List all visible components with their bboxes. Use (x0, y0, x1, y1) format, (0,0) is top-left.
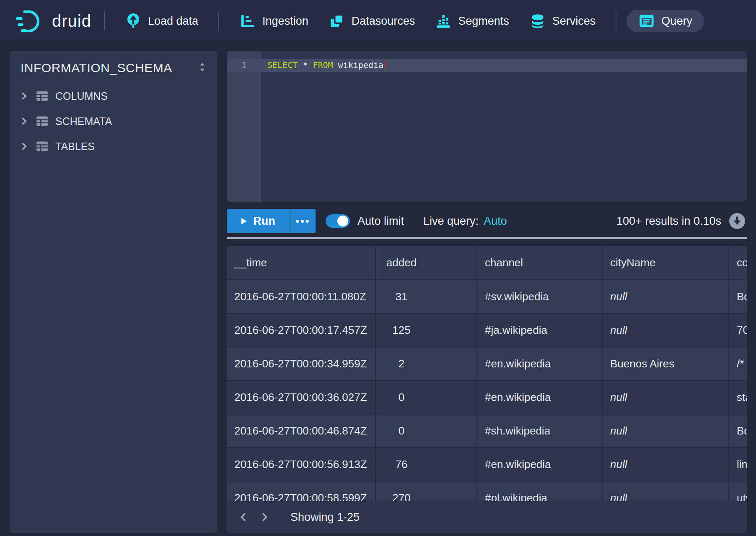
run-button-label: Run (253, 215, 275, 228)
editor-code-line: SELECT * FROM wikipedia (267, 59, 385, 72)
sql-token: wikipedia (333, 60, 383, 70)
table-cell[interactable]: /* S (729, 347, 747, 380)
table-icon (36, 90, 49, 102)
nav-item-label: Ingestion (262, 15, 308, 28)
table-cell[interactable]: sta (729, 381, 747, 414)
next-page-button[interactable] (255, 508, 274, 526)
table-row: 2016-06-27T00:00:34.959Z2#en.wikipediaBu… (227, 346, 747, 380)
table-cell[interactable]: null (603, 280, 729, 313)
datasources-icon (329, 13, 345, 29)
load-data-icon (125, 13, 142, 29)
table-cell[interactable]: 2016-06-27T00:00:46.874Z (227, 414, 376, 447)
table-cell[interactable]: Bot (729, 280, 747, 313)
text-cursor (384, 60, 385, 70)
column-header-time[interactable]: __time (227, 246, 376, 279)
table-cell[interactable]: #en.wikipedia (477, 347, 603, 380)
table-row: 2016-06-27T00:00:11.080Z31#sv.wikipedian… (227, 279, 747, 313)
pagination-status: Showing 1-25 (290, 511, 360, 524)
run-bar: Run ••• Auto limit Live query: Auto 100+… (227, 209, 747, 233)
more-options-icon: ••• (295, 219, 310, 223)
table-cell[interactable]: null (603, 448, 729, 481)
table-cell[interactable]: 2016-06-27T00:00:11.080Z (227, 280, 376, 313)
schema-item-label: SCHEMATA (55, 115, 112, 127)
schema-item-tables[interactable]: TABLES (10, 134, 217, 159)
table-cell[interactable]: 0 (376, 381, 477, 414)
editor-gutter (227, 51, 261, 202)
query-icon (638, 13, 655, 29)
table-cell[interactable]: 76 (376, 448, 477, 481)
nav-item-ingestion[interactable]: Ingestion (239, 10, 308, 32)
nav-item-segments[interactable]: Segments (435, 10, 509, 32)
table-cell[interactable]: 2016-06-27T00:00:34.959Z (227, 347, 376, 380)
table-cell[interactable]: 70. (729, 314, 747, 346)
schema-selector[interactable]: INFORMATION_SCHEMA (10, 51, 217, 75)
table-cell[interactable]: link (729, 448, 747, 481)
table-cell[interactable]: #ja.wikipedia (477, 314, 603, 346)
nav-item-load-data[interactable]: Load data (125, 10, 198, 32)
table-cell[interactable]: 2016-06-27T00:00:56.913Z (227, 448, 376, 481)
run-more-options-button[interactable]: ••• (290, 209, 316, 233)
brand[interactable]: druid (16, 9, 91, 33)
services-icon (529, 13, 546, 29)
nav-item-datasources[interactable]: Datasources (329, 10, 415, 32)
chevron-right-icon (20, 91, 29, 101)
results-body: 2016-06-27T00:00:11.080Z31#sv.wikipedian… (227, 279, 747, 514)
schema-title: INFORMATION_SCHEMA (21, 61, 172, 75)
query-editor[interactable]: 1 SELECT * FROM wikipedia (227, 51, 747, 202)
nav-item-label: Datasources (352, 15, 415, 28)
sql-token: FROM (313, 60, 333, 70)
horizontal-scrollbar[interactable] (227, 237, 747, 239)
top-nav: druid Load dataIngestionDatasourcesSegme… (0, 0, 756, 42)
nav-divider (616, 11, 616, 31)
double-caret-vertical-icon (198, 62, 207, 74)
table-cell[interactable]: #en.wikipedia (477, 448, 603, 481)
table-cell[interactable]: Bot (729, 414, 747, 447)
live-query-label: Live query: (423, 215, 479, 228)
column-header-channel[interactable]: channel (477, 246, 603, 279)
run-button[interactable]: Run (227, 209, 290, 233)
results-header-row: __timeaddedchannelcityNamecomment (227, 246, 747, 279)
table-cell[interactable]: null (603, 314, 729, 346)
table-cell[interactable]: #en.wikipedia (477, 381, 603, 414)
table-cell[interactable]: #sv.wikipedia (477, 280, 603, 313)
table-cell[interactable]: 125 (376, 314, 477, 346)
table-cell[interactable]: #sh.wikipedia (477, 414, 603, 447)
brand-wordmark: druid (52, 12, 91, 31)
column-header-cityname[interactable]: cityName (603, 246, 729, 279)
table-cell[interactable]: 0 (376, 414, 477, 447)
nav-divider (104, 11, 105, 31)
nav-item-services[interactable]: Services (529, 10, 596, 32)
ingestion-icon (239, 13, 256, 29)
nav-item-query[interactable]: Query (627, 10, 704, 32)
schema-table-list: COLUMNSSCHEMATATABLES (10, 83, 217, 159)
table-icon (36, 141, 49, 152)
nav-item-label: Query (661, 15, 692, 28)
live-query-selector[interactable]: Auto (484, 215, 507, 228)
table-row: 2016-06-27T00:00:46.874Z0#sh.wikipedianu… (227, 414, 747, 447)
schema-sidebar: INFORMATION_SCHEMA COLUMNSSCHEMATATABLES (10, 51, 217, 533)
nav-divider (218, 11, 219, 31)
auto-limit-toggle[interactable] (326, 214, 350, 228)
column-header-comment[interactable]: comment (729, 246, 747, 279)
table-cell[interactable]: 2016-06-27T00:00:36.027Z (227, 381, 376, 414)
results-panel: __timeaddedchannelcityNamecomment 2016-0… (227, 246, 747, 533)
table-cell[interactable]: 2016-06-27T00:00:17.457Z (227, 314, 376, 346)
table-row: 2016-06-27T00:00:36.027Z0#en.wikipedianu… (227, 380, 747, 414)
previous-page-button[interactable] (234, 508, 253, 526)
schema-item-label: TABLES (55, 141, 95, 153)
table-cell[interactable]: Buenos Aires (603, 347, 729, 380)
nav-item-label: Load data (148, 15, 198, 28)
chevron-left-icon (238, 512, 249, 523)
results-summary: 100+ results in 0.10s (616, 215, 721, 228)
schema-item-label: COLUMNS (55, 90, 108, 102)
table-row: 2016-06-27T00:00:56.913Z76#en.wikipedian… (227, 447, 747, 481)
column-header-added[interactable]: added (376, 246, 477, 279)
schema-item-columns[interactable]: COLUMNS (10, 83, 217, 109)
table-cell[interactable]: null (603, 381, 729, 414)
download-results-button[interactable] (729, 213, 746, 229)
table-cell[interactable]: 2 (376, 347, 477, 380)
schema-item-schemata[interactable]: SCHEMATA (10, 109, 217, 134)
table-cell[interactable]: null (603, 414, 729, 447)
table-cell[interactable]: 31 (376, 280, 477, 313)
table-icon (36, 115, 49, 127)
